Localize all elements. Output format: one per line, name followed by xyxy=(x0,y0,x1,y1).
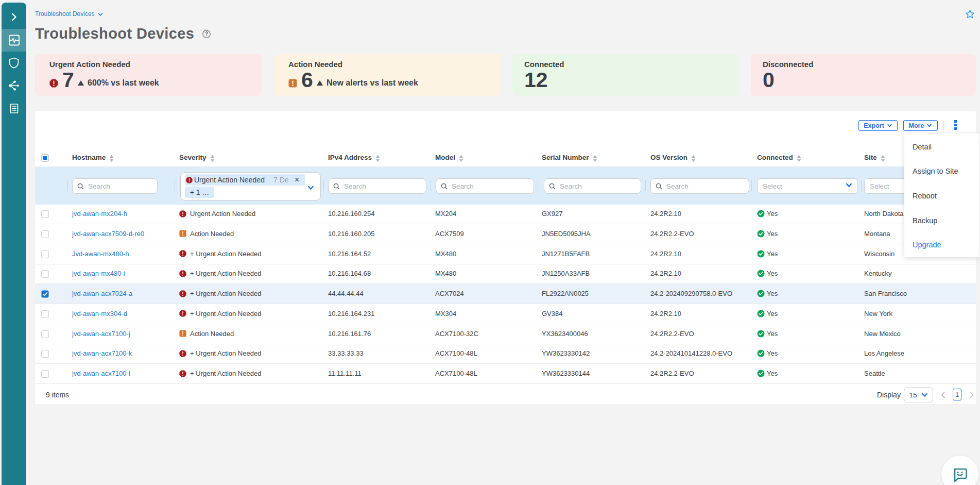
svg-text:?: ? xyxy=(205,31,208,37)
